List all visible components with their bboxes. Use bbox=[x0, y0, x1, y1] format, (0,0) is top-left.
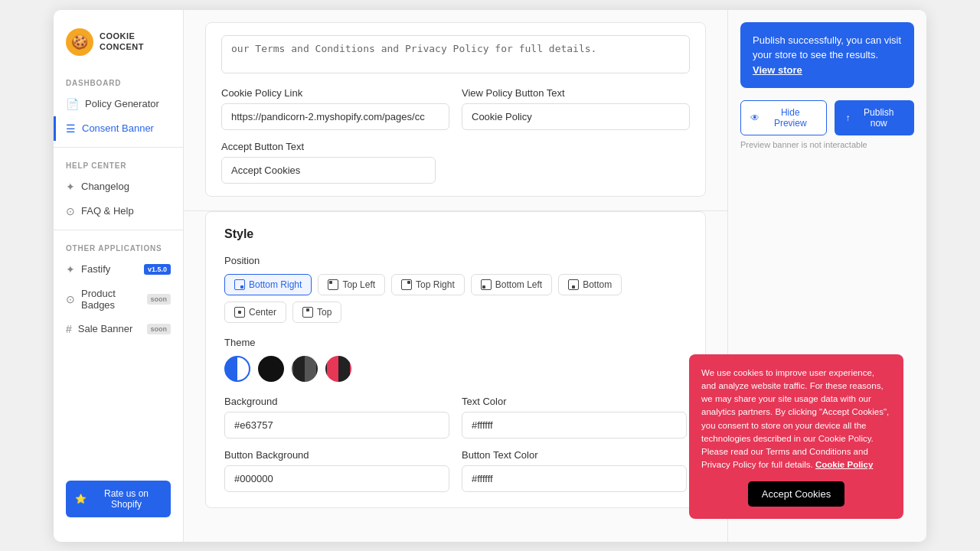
accept-button-text-input[interactable] bbox=[221, 157, 436, 184]
upload-icon: ↑ bbox=[845, 112, 850, 123]
position-top-left[interactable]: Top Left bbox=[318, 274, 385, 295]
star-icon: ⭐ bbox=[75, 494, 87, 504]
product-badges-icon: ⊙ bbox=[66, 293, 75, 305]
action-buttons: 👁 Hide Preview ↑ Publish now bbox=[740, 100, 914, 135]
app-window: 🍪 COOKIE CONCENT DASHBOARD 📄 Policy Gene… bbox=[54, 10, 926, 542]
cookie-policy-link[interactable]: Cookie Policy bbox=[815, 460, 873, 469]
main-content: our Terms and Conditions and Privacy Pol… bbox=[184, 10, 727, 542]
sidebar-item-sale-banner[interactable]: # Sale Banner soon bbox=[54, 317, 183, 341]
pos-icon-bottom-right bbox=[234, 279, 245, 290]
cookie-popup-text: We use cookies to improve user experienc… bbox=[701, 367, 891, 472]
background-label: Background bbox=[224, 396, 449, 407]
publish-now-button[interactable]: ↑ Publish now bbox=[835, 100, 914, 135]
help-section-label: HELP CENTER bbox=[54, 154, 183, 174]
sale-banner-icon: # bbox=[66, 323, 72, 335]
other-apps-label: OTHER APPLICATIONS bbox=[54, 236, 183, 257]
sidebar-bottom: ⭐ Rate us on Shopify bbox=[54, 468, 183, 530]
fastify-icon: ✦ bbox=[66, 263, 75, 276]
position-top[interactable]: Top bbox=[292, 302, 341, 323]
position-label: Position bbox=[224, 255, 687, 266]
sidebar-item-label: Consent Banner bbox=[82, 122, 154, 134]
fastify-badge: v1.5.0 bbox=[144, 264, 171, 275]
theme-blue-white[interactable] bbox=[224, 356, 250, 382]
sidebar-logo: 🍪 COOKIE CONCENT bbox=[54, 22, 183, 71]
view-policy-button-text-input[interactable] bbox=[462, 103, 690, 130]
product-badges-badge: soon bbox=[147, 294, 172, 305]
theme-black[interactable] bbox=[258, 356, 284, 382]
accept-button-text-label: Accept Button Text bbox=[221, 141, 690, 152]
view-store-link[interactable]: View store bbox=[753, 64, 802, 76]
position-grid: Bottom Right Top Left Top bbox=[224, 274, 687, 323]
text-color-input[interactable] bbox=[462, 412, 687, 439]
style-section: Style Position Bottom Right bbox=[205, 211, 706, 508]
sidebar-item-label: Sale Banner bbox=[78, 323, 133, 334]
style-section-title: Style bbox=[224, 227, 687, 241]
faq-icon: ⊙ bbox=[66, 205, 75, 217]
theme-label: Theme bbox=[224, 337, 687, 348]
success-message: Publish successfully, you can visit your… bbox=[753, 34, 901, 61]
position-bottom-right[interactable]: Bottom Right bbox=[224, 274, 312, 295]
publish-success-banner: Publish successfully, you can visit your… bbox=[740, 22, 914, 89]
pos-icon-bottom-left bbox=[481, 279, 492, 290]
position-center[interactable]: Center bbox=[224, 302, 286, 323]
sale-banner-badge: soon bbox=[147, 324, 172, 334]
cookie-policy-link-input[interactable] bbox=[221, 103, 449, 130]
pos-icon-top-left bbox=[328, 279, 338, 290]
sidebar-item-label: FAQ & Help bbox=[81, 205, 134, 217]
logo-text: COOKIE CONCENT bbox=[100, 31, 144, 51]
terms-textarea[interactable]: our Terms and Conditions and Privacy Pol… bbox=[221, 35, 690, 73]
theme-red-dark[interactable] bbox=[325, 356, 351, 382]
button-text-color-label: Button Text Color bbox=[462, 449, 687, 461]
preview-note: Preview banner is not interactable bbox=[740, 140, 914, 149]
position-bottom-left[interactable]: Bottom Left bbox=[471, 274, 552, 295]
background-input[interactable] bbox=[224, 412, 449, 439]
changelog-icon: ✦ bbox=[66, 181, 75, 193]
accept-cookies-button[interactable]: Accept Cookies bbox=[748, 481, 844, 507]
sidebar: 🍪 COOKIE CONCENT DASHBOARD 📄 Policy Gene… bbox=[54, 10, 184, 542]
pos-icon-top-right bbox=[401, 279, 412, 290]
view-policy-button-text-label: View Policy Button Text bbox=[462, 87, 690, 99]
sidebar-item-label: Product Badges bbox=[81, 288, 141, 311]
sidebar-item-consent-banner[interactable]: ☰ Consent Banner bbox=[54, 116, 183, 141]
position-bottom[interactable]: Bottom bbox=[558, 274, 622, 295]
pos-icon-bottom bbox=[568, 279, 579, 290]
sidebar-item-faq[interactable]: ⊙ FAQ & Help bbox=[54, 199, 183, 223]
banner-icon: ☰ bbox=[66, 122, 76, 135]
cookie-policy-link-label: Cookie Policy Link bbox=[221, 87, 449, 99]
position-top-right[interactable]: Top Right bbox=[391, 274, 465, 295]
button-text-color-input[interactable] bbox=[462, 465, 687, 492]
sidebar-item-label: Policy Generator bbox=[85, 98, 159, 109]
sidebar-item-label: Changelog bbox=[81, 181, 129, 192]
eye-icon: 👁 bbox=[750, 112, 760, 123]
theme-dark-half[interactable] bbox=[292, 356, 318, 382]
sidebar-item-product-badges[interactable]: ⊙ Product Badges soon bbox=[54, 282, 183, 317]
text-color-label: Text Color bbox=[462, 396, 687, 407]
sidebar-item-policy-generator[interactable]: 📄 Policy Generator bbox=[54, 92, 183, 116]
hide-preview-button[interactable]: 👁 Hide Preview bbox=[740, 100, 827, 135]
sidebar-item-fastify[interactable]: ✦ Fastify v1.5.0 bbox=[54, 257, 183, 282]
button-background-label: Button Background bbox=[224, 449, 449, 461]
rate-shopify-button[interactable]: ⭐ Rate us on Shopify bbox=[66, 481, 171, 517]
theme-row bbox=[224, 356, 687, 382]
cookie-consent-popup: We use cookies to improve user experienc… bbox=[689, 354, 903, 519]
logo-icon: 🍪 bbox=[66, 28, 93, 56]
button-background-input[interactable] bbox=[224, 465, 449, 492]
sidebar-item-changelog[interactable]: ✦ Changelog bbox=[54, 174, 183, 199]
sidebar-item-label: Fastify bbox=[81, 263, 110, 275]
pos-icon-center bbox=[234, 307, 245, 318]
document-icon: 📄 bbox=[66, 98, 79, 110]
pos-icon-top bbox=[302, 307, 313, 318]
dashboard-section-label: DASHBOARD bbox=[54, 71, 183, 92]
